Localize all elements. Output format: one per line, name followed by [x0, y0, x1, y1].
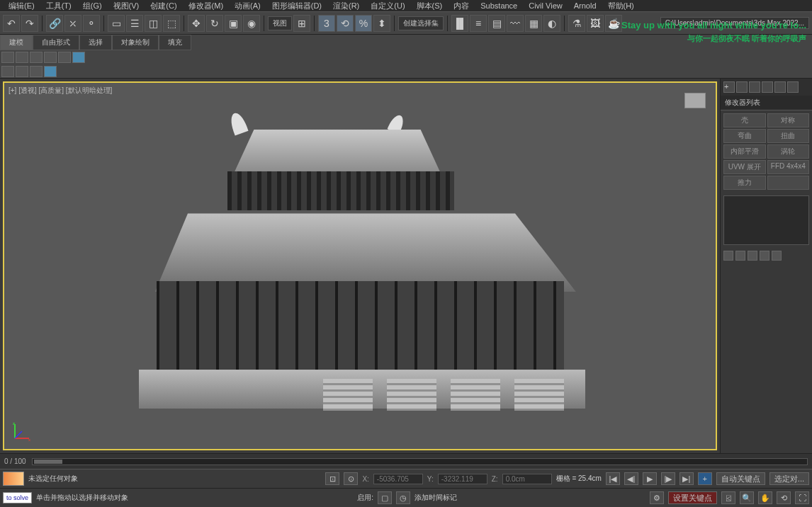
menu-custom[interactable]: 自定义(U): [365, 1, 410, 11]
menu-render[interactable]: 渲染(R): [327, 1, 365, 11]
curve-editor-button[interactable]: 〰: [507, 15, 524, 32]
coord-z-input[interactable]: 0.0cm: [502, 474, 552, 484]
render-button[interactable]: ☕: [605, 15, 622, 32]
menu-animation[interactable]: 动画(A): [229, 1, 266, 11]
menu-arnold[interactable]: Arnold: [568, 1, 602, 10]
time-slider[interactable]: [32, 458, 808, 465]
hierarchy-tab-icon[interactable]: [749, 81, 760, 93]
mod-relax[interactable]: 内部平滑: [723, 144, 766, 159]
select-button[interactable]: ▭: [108, 15, 125, 32]
utilities-tab-icon[interactable]: [787, 81, 799, 93]
next-frame-button[interactable]: |▶: [661, 472, 675, 485]
mod-ffd[interactable]: FFD 4x4x4: [767, 160, 810, 174]
percent-snap-button[interactable]: %: [355, 15, 372, 32]
create-tab-icon[interactable]: +: [723, 81, 735, 93]
shelf-tab-modeling[interactable]: 建模: [0, 35, 33, 50]
shelf-btn-2[interactable]: [16, 52, 28, 63]
menu-create[interactable]: 创建(C): [145, 1, 182, 11]
shelf-btn-6[interactable]: [72, 52, 85, 63]
nav-max-icon[interactable]: ⛶: [795, 491, 809, 504]
align-button[interactable]: ≡: [470, 15, 487, 32]
menu-edit[interactable]: 编辑(E): [3, 1, 40, 11]
set-key-button[interactable]: 设置关键点: [668, 491, 717, 504]
shelf-btn-9[interactable]: [30, 66, 43, 77]
shelf-btn-8[interactable]: [16, 66, 28, 77]
mod-turbo[interactable]: 涡轮: [767, 144, 810, 159]
menu-group[interactable]: 组(G): [77, 1, 108, 11]
modify-tab-icon[interactable]: [736, 81, 748, 93]
prev-frame-button[interactable]: ◀|: [624, 472, 638, 485]
material-button[interactable]: ◐: [543, 15, 560, 32]
schematic-button[interactable]: ▦: [525, 15, 542, 32]
play-button[interactable]: ▶: [643, 472, 657, 485]
add-time-tag[interactable]: 添加时间标记: [415, 493, 457, 503]
menu-civilview[interactable]: Civil View: [523, 1, 568, 10]
goto-end-button[interactable]: ▶|: [680, 472, 694, 485]
configure-sets-icon[interactable]: [772, 251, 782, 261]
remove-modifier-icon[interactable]: [760, 251, 769, 261]
nav-pan-icon[interactable]: ✋: [758, 491, 772, 504]
isolate-icon[interactable]: ⊡: [325, 472, 339, 485]
mirror-button[interactable]: ▐▌: [451, 15, 468, 32]
auto-key-button[interactable]: 自动关键点: [716, 472, 765, 485]
use-pivot-button[interactable]: ⊞: [293, 15, 310, 32]
shelf-btn-3[interactable]: [30, 52, 43, 63]
coord-x-input[interactable]: -5036.705: [373, 474, 423, 484]
selection-set-dropdown[interactable]: 创建选择集: [398, 16, 444, 30]
key-mode-button[interactable]: +: [698, 472, 712, 485]
coord-system-dropdown[interactable]: 视图: [268, 16, 292, 30]
coord-y-input[interactable]: -3232.119: [438, 474, 487, 484]
goto-start-button[interactable]: |◀: [606, 472, 620, 485]
shelf-btn-1[interactable]: [1, 52, 14, 63]
menu-tools[interactable]: 工具(T): [40, 1, 77, 11]
render-setup-button[interactable]: ⚗: [568, 15, 585, 32]
maxscript-listener[interactable]: to solve: [3, 492, 32, 503]
scale-button[interactable]: ▣: [225, 15, 242, 32]
layer-button[interactable]: ▤: [488, 15, 505, 32]
window-crossing-button[interactable]: ⬚: [163, 15, 180, 32]
modifier-stack[interactable]: [723, 195, 809, 245]
link-button[interactable]: 🔗: [46, 15, 63, 32]
mod-shell[interactable]: 壳: [723, 113, 766, 127]
display-tab-icon[interactable]: [774, 81, 786, 93]
material-swatch[interactable]: [3, 472, 24, 486]
menu-modifier[interactable]: 修改器(M): [183, 1, 230, 11]
menu-help[interactable]: 帮助(H): [602, 1, 640, 11]
mod-twist[interactable]: 扭曲: [767, 129, 810, 143]
rotate-button[interactable]: ↻: [206, 15, 223, 32]
nav-orbit-icon[interactable]: ⟲: [777, 491, 791, 504]
menu-script[interactable]: 脚本(S): [411, 1, 449, 11]
mod-push[interactable]: 推力: [723, 176, 766, 190]
enable-toggle[interactable]: ▢: [378, 491, 392, 504]
shelf-btn-4[interactable]: [44, 52, 57, 63]
time-tag-icon[interactable]: ◷: [396, 491, 410, 504]
mod-symmetry[interactable]: 对称: [767, 113, 810, 127]
menu-content[interactable]: 内容: [448, 1, 475, 11]
angle-snap-button[interactable]: ⟲: [337, 15, 354, 32]
shelf-btn-7[interactable]: [1, 66, 14, 77]
menu-view[interactable]: 视图(V): [108, 1, 145, 11]
mod-empty[interactable]: [767, 176, 810, 190]
snap-toggle-button[interactable]: 3: [318, 15, 335, 32]
viewcube[interactable]: [684, 93, 706, 108]
mod-bend[interactable]: 弯曲: [723, 129, 766, 143]
shelf-tab-freeform[interactable]: 自由形式: [33, 35, 79, 50]
render-frame-button[interactable]: 🖼: [587, 15, 604, 32]
bind-button[interactable]: ⚬: [83, 15, 100, 32]
make-unique-icon[interactable]: [748, 251, 757, 261]
select-region-button[interactable]: ◫: [145, 15, 162, 32]
nav-zoom-icon[interactable]: 🔍: [740, 491, 754, 504]
move-button[interactable]: ✥: [188, 15, 205, 32]
shelf-tab-populate[interactable]: 填充: [159, 35, 191, 50]
shelf-btn-5[interactable]: [58, 52, 71, 63]
viewport-perspective[interactable]: [+] [透视] [高质量] [默认明暗处理] z x: [3, 81, 717, 450]
lock-icon[interactable]: ⊙: [344, 472, 358, 485]
menu-substance[interactable]: Substance: [475, 1, 523, 10]
mod-uvw[interactable]: UVW 展开: [723, 160, 766, 174]
shelf-btn-10[interactable]: [44, 66, 57, 77]
viewport-label[interactable]: [+] [透视] [高质量] [默认明暗处理]: [9, 86, 112, 96]
select-name-button[interactable]: ☰: [126, 15, 143, 32]
menu-graph[interactable]: 图形编辑器(D): [266, 1, 327, 11]
modifier-list-header[interactable]: 修改器列表: [721, 96, 812, 110]
placement-button[interactable]: ◉: [243, 15, 260, 32]
